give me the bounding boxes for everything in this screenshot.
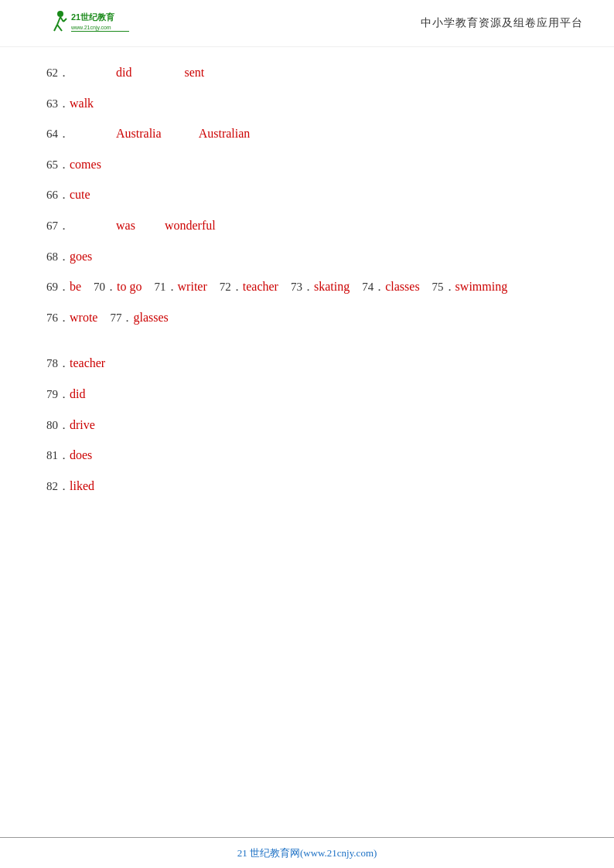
- answer-70: to go: [117, 277, 142, 297]
- svg-point-0: [57, 11, 63, 17]
- footer-text: 21 世纪教育网(www.21cnjy.com): [237, 847, 377, 859]
- answer-72: teacher: [243, 277, 278, 297]
- answer-66: cute: [70, 185, 90, 205]
- section-gap: [46, 338, 568, 353]
- num-74: 74．: [362, 277, 385, 296]
- num-78: 78．: [46, 354, 70, 373]
- answer-line-82: 82． liked: [46, 476, 568, 496]
- num-82: 82．: [46, 477, 70, 495]
- num-77: 77．: [110, 308, 133, 327]
- item-70: 70． to go: [94, 277, 148, 297]
- num-72: 72．: [220, 277, 243, 296]
- svg-line-2: [54, 25, 57, 31]
- content-area: 62． did sent 63． walk 64． Australia Aust…: [0, 47, 614, 553]
- num-63: 63．: [46, 94, 70, 113]
- answer-68: goes: [70, 247, 92, 267]
- answer-line-69-75: 69． be 70． to go 71． writer 72． teacher …: [46, 277, 568, 297]
- answer-line-81: 81． does: [46, 445, 568, 465]
- answer-80: drive: [70, 415, 95, 435]
- answer-line-78: 78． teacher: [46, 353, 568, 373]
- num-70: 70．: [94, 277, 117, 296]
- num-68: 68．: [46, 247, 70, 266]
- answer-64-2: Australian: [199, 124, 251, 144]
- answer-67-1: was: [116, 216, 135, 236]
- answer-line-62: 62． did sent: [46, 63, 568, 83]
- num-66: 66．: [46, 186, 70, 204]
- item-76: 76． wrote: [46, 308, 104, 328]
- item-75: 75． swimming: [432, 277, 514, 297]
- item-77: 77． glasses: [110, 308, 174, 328]
- svg-line-3: [57, 25, 62, 31]
- answer-73: skating: [314, 277, 350, 297]
- answer-62-1: did: [116, 63, 131, 83]
- svg-line-4: [60, 17, 63, 22]
- answer-line-76-77: 76． wrote 77． glasses: [46, 308, 568, 328]
- item-71: 71． writer: [155, 277, 213, 297]
- num-71: 71．: [155, 277, 178, 296]
- svg-text:21世纪教育: 21世纪教育: [71, 12, 115, 22]
- num-80: 80．: [46, 416, 70, 434]
- num-76: 76．: [46, 308, 70, 327]
- answer-65: comes: [70, 155, 101, 175]
- answer-line-68: 68． goes: [46, 247, 568, 267]
- answer-71: writer: [178, 277, 207, 297]
- item-73: 73． skating: [291, 277, 356, 297]
- answer-76: wrote: [70, 308, 97, 328]
- answer-62-2: sent: [184, 63, 204, 83]
- answer-75: swimming: [455, 277, 508, 297]
- item-69: 69． be: [46, 277, 87, 297]
- answer-line-65: 65． comes: [46, 155, 568, 175]
- num-73: 73．: [291, 277, 314, 296]
- answer-line-79: 79． did: [46, 384, 568, 404]
- num-67: 67．: [46, 216, 70, 235]
- svg-line-1: [57, 17, 60, 25]
- item-72: 72． teacher: [220, 277, 285, 297]
- answer-78: teacher: [70, 353, 105, 373]
- answer-69: be: [70, 277, 81, 297]
- svg-rect-8: [71, 31, 129, 32]
- page-header: 21世纪教育 www.21cnjy.com 中小学教育资源及组卷应用平台: [0, 0, 614, 47]
- item-74: 74． classes: [362, 277, 425, 297]
- num-69: 69．: [46, 277, 70, 296]
- logo-area: 21世纪教育 www.21cnjy.com: [46, 8, 139, 39]
- answer-74: classes: [385, 277, 419, 297]
- num-75: 75．: [432, 277, 455, 296]
- answer-line-64: 64． Australia Australian: [46, 124, 568, 144]
- answer-63: walk: [70, 94, 94, 114]
- site-name: 中小学教育资源及组卷应用平台: [421, 16, 583, 30]
- answer-67-2: wonderful: [165, 216, 216, 236]
- answer-line-66: 66． cute: [46, 185, 568, 205]
- num-81: 81．: [46, 446, 70, 465]
- answer-81: does: [70, 445, 92, 465]
- answer-line-80: 80． drive: [46, 415, 568, 435]
- answer-77: glasses: [133, 308, 168, 328]
- logo-icon: 21世纪教育 www.21cnjy.com: [46, 8, 139, 39]
- num-65: 65．: [46, 155, 70, 174]
- answer-line-67: 67． was wonderful: [46, 216, 568, 236]
- svg-text:www.21cnjy.com: www.21cnjy.com: [70, 25, 111, 31]
- answer-64-1: Australia: [116, 124, 162, 144]
- answer-line-63: 63． walk: [46, 94, 568, 114]
- answer-82: liked: [70, 476, 94, 496]
- num-64: 64．: [46, 124, 70, 143]
- svg-line-5: [63, 19, 67, 22]
- page-footer: 21 世纪教育网(www.21cnjy.com): [0, 837, 614, 868]
- num-79: 79．: [46, 385, 70, 403]
- answer-79: did: [70, 384, 85, 404]
- num-62: 62．: [46, 63, 70, 82]
